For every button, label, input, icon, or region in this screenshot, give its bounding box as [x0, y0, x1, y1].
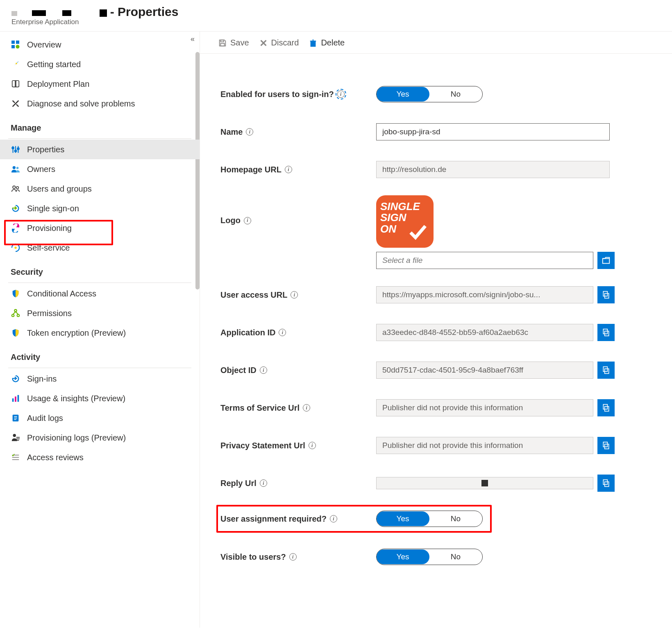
info-icon[interactable]: i	[309, 442, 316, 449]
tools-icon	[11, 99, 20, 109]
sidebar-item-sign-ins[interactable]: Sign-ins	[0, 369, 200, 389]
sidebar-item-label: Users and groups	[27, 184, 92, 194]
toggle-no[interactable]: No	[429, 512, 482, 526]
enabled-label: Enabled for users to sign-in? i	[220, 90, 376, 99]
sidebar-item-token-encryption[interactable]: Token encryption (Preview)	[0, 323, 200, 343]
page-subtitle: Enterprise Application	[11, 18, 661, 26]
info-icon[interactable]: i	[330, 515, 337, 522]
sidebar-item-label: Deployment Plan	[27, 79, 89, 89]
svg-rect-46	[603, 258, 610, 263]
user-access-input	[376, 286, 593, 303]
sidebar-item-usage[interactable]: Usage & insights (Preview)	[0, 389, 200, 408]
delete-button[interactable]: Delete	[309, 38, 345, 47]
privacy-label: Privacy Statement Url i	[220, 441, 376, 450]
sidebar-item-getting-started[interactable]: Getting started	[0, 54, 200, 74]
copy-button[interactable]	[597, 286, 615, 303]
permissions-icon	[11, 308, 20, 318]
sidebar-item-conditional-access[interactable]: Conditional Access	[0, 284, 200, 303]
sso-icon	[11, 203, 20, 213]
collapse-sidebar-icon[interactable]: «	[191, 35, 195, 43]
sidebar-item-permissions[interactable]: Permissions	[0, 303, 200, 323]
sidebar-item-access-reviews[interactable]: Access reviews	[0, 448, 200, 467]
sidebar-item-provisioning-logs[interactable]: Provisioning logs (Preview)	[0, 428, 200, 448]
sidebar-item-label: Properties	[27, 145, 64, 154]
properties-icon	[11, 145, 20, 154]
svg-point-13	[13, 186, 15, 188]
toggle-yes[interactable]: Yes	[376, 511, 429, 526]
sidebar-item-label: Getting started	[27, 60, 81, 69]
info-icon[interactable]: i	[279, 329, 286, 336]
page-header: - Properties Enterprise Application	[0, 0, 672, 28]
sidebar-item-users-groups[interactable]: Users and groups	[0, 179, 200, 199]
info-icon[interactable]: i	[260, 479, 267, 487]
svg-point-30	[13, 434, 16, 437]
svg-rect-25	[18, 395, 19, 402]
toggle-no[interactable]: No	[429, 87, 482, 101]
svg-point-12	[16, 167, 19, 170]
svg-line-22	[16, 312, 18, 314]
browse-file-button[interactable]	[597, 252, 615, 269]
object-id-label: Object ID i	[220, 366, 376, 375]
info-icon[interactable]: i	[244, 217, 251, 224]
toolbar: Save Discard Delete	[200, 32, 672, 54]
app-id-label: Application ID i	[220, 328, 376, 337]
reply-url-input	[376, 477, 593, 489]
sidebar-item-sso[interactable]: Single sign-on	[0, 199, 200, 218]
sidebar-section-activity: Activity	[0, 343, 200, 365]
svg-rect-41	[311, 41, 316, 46]
sidebar-item-properties[interactable]: Properties	[0, 140, 200, 159]
save-icon	[218, 38, 227, 47]
sidebar-item-diagnose[interactable]: Diagnose and solve problems	[0, 94, 200, 113]
copy-button[interactable]	[597, 324, 615, 341]
sidebar-item-audit-logs[interactable]: Audit logs	[0, 408, 200, 428]
save-button[interactable]: Save	[218, 38, 249, 47]
visible-toggle[interactable]: Yes No	[376, 549, 483, 565]
copy-button[interactable]	[597, 399, 615, 416]
logo-image: SINGLE SIGN ON	[376, 195, 434, 248]
svg-point-8	[12, 147, 14, 149]
user-assignment-label: User assignment required? i	[220, 514, 376, 524]
info-icon[interactable]: i	[337, 90, 345, 98]
svg-point-9	[15, 150, 17, 152]
reply-url-label: Reply Url i	[220, 479, 376, 488]
copy-button[interactable]	[597, 362, 615, 379]
access-reviews-icon	[11, 452, 20, 462]
info-icon[interactable]: i	[303, 404, 310, 411]
sidebar-item-deployment-plan[interactable]: Deployment Plan	[0, 74, 200, 94]
sidebar-item-label: Single sign-on	[27, 204, 79, 213]
info-icon[interactable]: i	[285, 166, 292, 173]
svg-rect-1	[16, 41, 19, 44]
discard-button[interactable]: Discard	[259, 38, 299, 47]
logo-file-input[interactable]	[376, 252, 593, 269]
toggle-no[interactable]: No	[429, 550, 482, 564]
copy-button[interactable]	[597, 475, 615, 492]
user-assignment-toggle[interactable]: Yes No	[376, 511, 483, 527]
sidebar-item-owners[interactable]: Owners	[0, 159, 200, 179]
check-icon	[408, 223, 428, 243]
name-input[interactable]	[376, 123, 610, 140]
sidebar-item-provisioning[interactable]: Provisioning	[0, 218, 200, 238]
info-icon[interactable]: i	[289, 553, 297, 561]
sidebar-scrollbar[interactable]	[195, 52, 200, 289]
logo-label: Logo i	[220, 195, 376, 225]
info-icon[interactable]: i	[291, 291, 298, 298]
sidebar-item-overview[interactable]: Overview	[0, 35, 200, 54]
provisioning-icon	[11, 223, 20, 233]
info-icon[interactable]: i	[260, 366, 267, 374]
users-groups-icon	[11, 184, 20, 194]
sidebar-item-label: Owners	[27, 165, 55, 174]
svg-point-19	[12, 314, 14, 317]
toggle-yes[interactable]: Yes	[376, 549, 429, 564]
privacy-input	[376, 437, 593, 454]
svg-point-17	[14, 246, 17, 249]
sidebar-item-self-service[interactable]: Self-service	[0, 238, 200, 258]
toggle-yes[interactable]: Yes	[376, 87, 429, 102]
sidebar-item-label: Permissions	[27, 309, 72, 318]
copy-button[interactable]	[597, 437, 615, 454]
sidebar-item-label: Self-service	[27, 243, 70, 253]
tos-input	[376, 399, 593, 416]
info-icon[interactable]: i	[246, 128, 253, 136]
tool-label: Discard	[271, 38, 299, 47]
name-label: Name i	[220, 127, 376, 137]
enabled-toggle[interactable]: Yes No	[376, 86, 483, 102]
